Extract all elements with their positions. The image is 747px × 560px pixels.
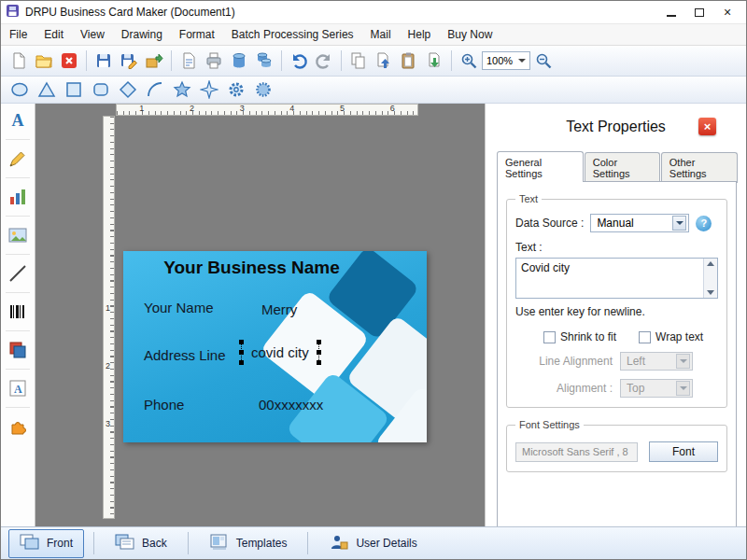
ruler-number: 1 — [106, 303, 110, 313]
templates-button[interactable]: Templates — [198, 529, 299, 558]
menu-edit[interactable]: Edit — [35, 24, 72, 45]
help-icon[interactable]: ? — [696, 216, 712, 231]
notes-icon[interactable] — [176, 49, 201, 73]
close-document-icon[interactable] — [57, 49, 81, 73]
seal-shape-icon[interactable] — [252, 78, 275, 101]
selected-text-object[interactable]: covid city — [241, 343, 319, 362]
front-button[interactable]: Front — [8, 529, 84, 558]
card-phone-label[interactable]: Phone — [144, 397, 184, 413]
card-name-value[interactable]: Merry — [261, 301, 297, 317]
shrink-to-fit-checkbox[interactable]: Shrink to fit — [543, 330, 616, 343]
tool-separator — [6, 330, 30, 331]
shrink-to-fit-label: Shrink to fit — [560, 330, 616, 343]
main-toolbar: 100% — [1, 46, 746, 77]
app-window: DRPU Business Card Maker (Document1) × F… — [0, 0, 747, 560]
menu-help[interactable]: Help — [400, 24, 440, 45]
text-input[interactable]: Covid city — [516, 259, 703, 298]
card-address-label[interactable]: Address Line — [144, 347, 226, 363]
open-folder-icon[interactable] — [32, 49, 56, 73]
bottombar-separator — [93, 532, 94, 554]
star-shape-icon[interactable] — [171, 78, 193, 101]
chevron-down-icon — [518, 59, 526, 63]
business-card-preview[interactable]: Your Business Name Your Name Merry Addre… — [123, 251, 427, 442]
menu-format[interactable]: Format — [171, 24, 223, 45]
menu-file[interactable]: File — [1, 24, 35, 45]
toolbar-separator — [341, 50, 342, 71]
barcode-tool-icon[interactable] — [4, 298, 32, 326]
toolbar-separator — [171, 50, 172, 71]
main-area: A A 1 2 3 4 5 6 — [1, 104, 746, 526]
arc-shape-icon[interactable] — [144, 78, 166, 101]
selection-handle[interactable] — [239, 360, 244, 365]
database-icon[interactable] — [227, 49, 251, 73]
star4-shape-icon[interactable] — [198, 78, 220, 101]
title-bar: DRPU Business Card Maker (Document1) × — [1, 1, 746, 23]
tab-general-settings[interactable]: General Settings — [497, 151, 584, 182]
card-phone-value[interactable]: 00xxxxxxx — [259, 397, 323, 413]
tool-separator — [6, 292, 30, 293]
paste-icon[interactable] — [397, 49, 421, 73]
label-tool-icon[interactable]: A — [4, 374, 32, 402]
tab-other-settings[interactable]: Other Settings — [661, 152, 738, 183]
import-page-icon[interactable] — [422, 49, 446, 73]
image-tool-icon[interactable] — [4, 221, 32, 249]
back-button[interactable]: Back — [104, 529, 178, 558]
chart-tool-icon[interactable] — [4, 183, 32, 211]
plugin-tool-icon[interactable] — [4, 413, 32, 441]
copy-icon[interactable] — [346, 49, 371, 73]
tab-color-settings[interactable]: Color Settings — [585, 152, 660, 183]
zoom-level-select[interactable]: 100% — [482, 51, 530, 70]
textarea-scrollbar[interactable] — [703, 259, 717, 298]
layers-tool-icon[interactable] — [4, 336, 32, 364]
gear-shape-icon[interactable] — [225, 78, 247, 101]
ruler-number: 4 — [267, 105, 317, 115]
triangle-shape-icon[interactable] — [35, 78, 58, 101]
close-button[interactable]: × — [713, 2, 741, 22]
database-table-icon[interactable] — [252, 49, 276, 73]
text-properties-panel: Text Properties × General Settings Color… — [485, 104, 746, 526]
new-document-icon[interactable] — [7, 49, 31, 73]
selection-handle[interactable] — [239, 350, 244, 355]
text-tool-icon[interactable]: A — [4, 106, 32, 134]
wrap-text-checkbox[interactable]: Wrap text — [639, 330, 703, 343]
save-as-icon[interactable] — [117, 49, 141, 73]
selection-handle[interactable] — [239, 340, 244, 344]
redo-icon[interactable] — [312, 49, 336, 73]
menu-mail[interactable]: Mail — [362, 24, 400, 45]
square-shape-icon[interactable] — [63, 78, 85, 101]
export-icon[interactable] — [142, 49, 166, 73]
zoom-out-icon[interactable] — [531, 49, 556, 73]
font-settings-legend: Font Settings — [515, 419, 584, 430]
card-name-label[interactable]: Your Name — [144, 300, 214, 315]
bottom-bar: Front Back Templates User Details — [1, 526, 746, 559]
scroll-up-icon[interactable] — [707, 261, 714, 266]
print-icon[interactable] — [202, 49, 226, 73]
chevron-down-icon[interactable] — [672, 216, 686, 231]
user-details-button[interactable]: User Details — [317, 529, 428, 558]
scroll-down-icon[interactable] — [707, 290, 714, 295]
menu-buy-now[interactable]: Buy Now — [439, 24, 500, 45]
zoom-in-icon[interactable] — [457, 49, 481, 73]
selection-handle[interactable] — [317, 350, 321, 355]
menu-drawing[interactable]: Drawing — [113, 24, 171, 45]
panel-close-button[interactable]: × — [698, 118, 716, 135]
undo-icon[interactable] — [287, 49, 311, 73]
maximize-button[interactable] — [685, 2, 713, 22]
diamond-shape-icon[interactable] — [117, 78, 139, 101]
design-canvas[interactable]: 1 2 3 4 5 6 1 2 3 Your Business Name — [35, 104, 485, 526]
menu-view[interactable]: View — [72, 24, 113, 45]
save-icon[interactable] — [92, 49, 116, 73]
rounded-rect-shape-icon[interactable] — [90, 78, 112, 101]
selection-handle[interactable] — [317, 360, 321, 365]
text-group-legend: Text — [515, 193, 542, 204]
ellipse-shape-icon[interactable] — [8, 78, 31, 101]
menu-batch-processing[interactable]: Batch Processing Series — [223, 24, 362, 45]
card-business-name[interactable]: Your Business Name — [123, 258, 380, 278]
minimize-button[interactable] — [657, 2, 685, 22]
pen-tool-icon[interactable] — [4, 145, 32, 173]
font-button[interactable]: Font — [649, 441, 718, 462]
selection-handle[interactable] — [317, 340, 321, 344]
data-source-select[interactable]: Manual — [590, 214, 689, 232]
line-tool-icon[interactable] — [4, 259, 32, 287]
export-page-icon[interactable] — [372, 49, 396, 73]
